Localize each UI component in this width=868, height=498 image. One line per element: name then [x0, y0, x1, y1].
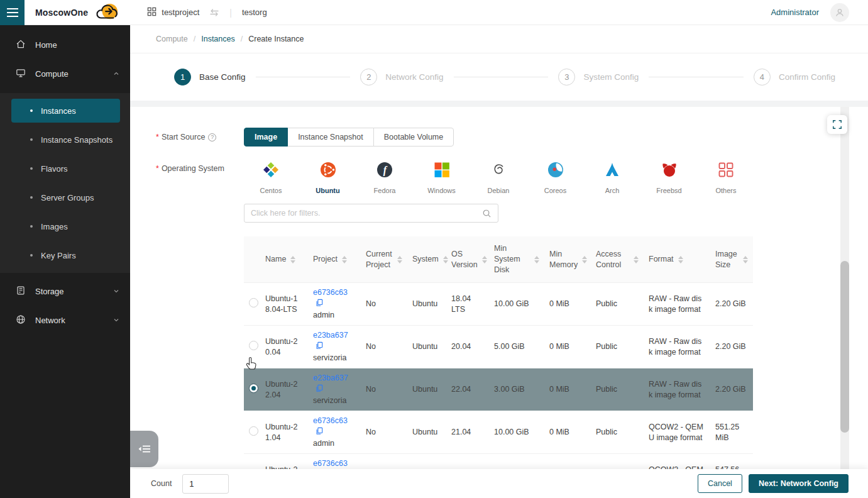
os-option-fedora[interactable]: f Fedora — [358, 161, 412, 194]
sidebar-item-images[interactable]: Images — [0, 212, 130, 241]
copy-icon[interactable] — [316, 384, 323, 396]
sort-icon[interactable] — [534, 256, 539, 263]
project-switcher[interactable]: testproject — [147, 7, 199, 18]
count-label: Count — [151, 479, 172, 488]
table-header-row: Name Project Current Project System OS V… — [244, 236, 753, 283]
tab-image[interactable]: Image — [244, 128, 288, 147]
col-header-access-control[interactable]: Access Control — [591, 236, 644, 283]
breadcrumb-separator: / — [194, 35, 195, 43]
filter-input[interactable] — [244, 209, 482, 218]
col-header-system[interactable]: System — [407, 236, 446, 283]
os-option-centos[interactable]: Centos — [244, 161, 298, 194]
help-icon[interactable]: ? — [208, 133, 216, 141]
copy-icon[interactable] — [316, 341, 323, 353]
avatar[interactable] — [830, 3, 849, 22]
project-id-link[interactable]: e23ba637 — [313, 331, 348, 340]
breadcrumb-compute: Compute — [156, 35, 188, 43]
scrollbar-track[interactable] — [840, 107, 849, 469]
bullet-icon — [30, 138, 33, 141]
col-header-project[interactable]: Project — [308, 236, 361, 283]
brand-name[interactable]: MoscowOne — [35, 8, 88, 18]
search-icon[interactable] — [482, 209, 492, 218]
os-option-freebsd[interactable]: Freebsd — [642, 161, 696, 194]
sort-icon[interactable] — [342, 256, 347, 263]
divider: | — [229, 8, 232, 18]
scrollbar-thumb[interactable] — [840, 261, 849, 433]
sort-icon[interactable] — [582, 256, 587, 263]
col-header-os-version[interactable]: OS Version — [446, 236, 489, 283]
network-icon — [16, 314, 26, 326]
sidebar-item-instance-snapshots[interactable]: Instance Snapshots — [0, 125, 130, 154]
os-option-coreos[interactable]: Coreos — [529, 161, 583, 194]
col-header-name[interactable]: Name — [260, 236, 308, 283]
project-id-link[interactable]: e6736c63 — [313, 459, 348, 468]
sort-icon[interactable] — [482, 256, 487, 263]
sidebar-item-home[interactable]: Home — [0, 33, 130, 57]
tab-instance-snapshot[interactable]: Instance Snapshot — [287, 128, 374, 147]
current-project[interactable]: testproject — [162, 8, 199, 17]
fullscreen-button[interactable] — [827, 115, 847, 134]
operating-system-label: * Operating System — [156, 159, 244, 194]
os-option-ubuntu[interactable]: Ubuntu — [301, 161, 355, 194]
user-role-link[interactable]: Administrator — [771, 8, 819, 17]
table-row[interactable]: Ubuntu-20.04 e23ba637servizoria No Ubunt… — [244, 326, 753, 368]
sort-icon[interactable] — [634, 256, 639, 263]
sidebar-item-server-groups[interactable]: Server Groups — [0, 183, 130, 212]
col-header-min-system-disk[interactable]: Min System Disk — [489, 236, 544, 283]
image-radio[interactable] — [249, 341, 258, 350]
storage-icon — [16, 285, 26, 297]
copy-icon[interactable] — [316, 427, 323, 438]
os-option-others[interactable]: Others — [699, 161, 753, 194]
sort-icon[interactable] — [678, 256, 683, 263]
os-option-debian[interactable]: Debian — [471, 161, 525, 194]
col-header-current-project[interactable]: Current Project — [361, 236, 407, 283]
sidebar-item-key-pairs[interactable]: Key Pairs — [0, 241, 130, 270]
cancel-button[interactable]: Cancel — [698, 474, 742, 493]
image-radio[interactable] — [249, 298, 258, 307]
table-row-selected[interactable]: Ubuntu-22.04 e23ba637servizoria No Ubunt… — [244, 368, 753, 411]
image-table-row: Name Project Current Project System OS V… — [156, 236, 868, 498]
sidebar-item-instances[interactable]: Instances — [11, 99, 120, 123]
freebsd-icon — [661, 170, 678, 180]
sidebar-item-flavors[interactable]: Flavors — [0, 154, 130, 183]
os-option-arch[interactable]: Arch — [585, 161, 639, 194]
bullet-icon — [30, 254, 33, 257]
project-id-link[interactable]: e6736c63 — [313, 288, 348, 297]
table-row[interactable]: Ubuntu-18.04-LTS e6736c63admin No Ubuntu… — [244, 283, 753, 326]
arch-icon — [603, 170, 621, 180]
breadcrumb-separator: / — [241, 35, 243, 43]
sort-icon[interactable] — [443, 256, 448, 263]
step-confirm-config: 4 Confirm Config — [754, 69, 835, 86]
chevron-down-icon — [113, 316, 120, 324]
drawer-handle[interactable] — [130, 431, 158, 467]
menu-toggle-button[interactable] — [0, 0, 25, 25]
tab-bootable-volume[interactable]: Bootable Volume — [373, 128, 454, 147]
compute-submenu: Instances Instance Snapshots Flavors Ser… — [0, 93, 130, 273]
sort-icon[interactable] — [397, 256, 402, 263]
sidebar-item-network[interactable]: Network — [0, 308, 130, 332]
sort-icon[interactable] — [290, 256, 295, 263]
switch-project-icon[interactable] — [209, 8, 219, 17]
next-network-config-button[interactable]: Next: Network Config — [749, 474, 849, 493]
os-option-windows[interactable]: Windows — [415, 161, 469, 194]
sidebar-item-compute[interactable]: Compute — [0, 62, 130, 86]
col-header-format[interactable]: Format — [644, 236, 710, 283]
col-header-image-size[interactable]: Image Size — [710, 236, 753, 283]
bullet-icon — [30, 109, 33, 112]
image-radio-selected[interactable] — [249, 384, 258, 393]
filter-input-wrap — [244, 204, 498, 223]
current-org[interactable]: testorg — [242, 8, 267, 17]
count-input[interactable] — [182, 474, 229, 494]
sort-icon[interactable] — [743, 256, 748, 263]
radio-column-header — [244, 236, 260, 283]
table-row[interactable]: Ubuntu-21.04 e6736c63admin No Ubuntu 21.… — [244, 411, 753, 454]
breadcrumb-instances-link[interactable]: Instances — [201, 35, 235, 43]
centos-icon — [262, 170, 280, 180]
image-radio[interactable] — [249, 426, 258, 436]
project-id-link[interactable]: e6736c63 — [313, 416, 348, 425]
project-id-link[interactable]: e23ba637 — [313, 374, 348, 382]
col-header-min-memory[interactable]: Min Memory — [544, 236, 591, 283]
filter-row — [156, 204, 868, 223]
sidebar-item-storage[interactable]: Storage — [0, 279, 130, 303]
copy-icon[interactable] — [316, 299, 323, 310]
